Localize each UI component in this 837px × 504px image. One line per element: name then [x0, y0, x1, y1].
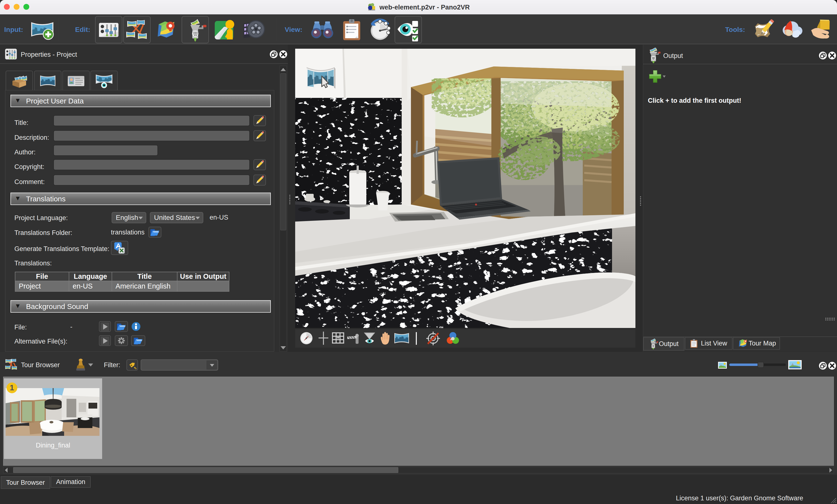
svg-text:1: 1	[10, 383, 14, 392]
